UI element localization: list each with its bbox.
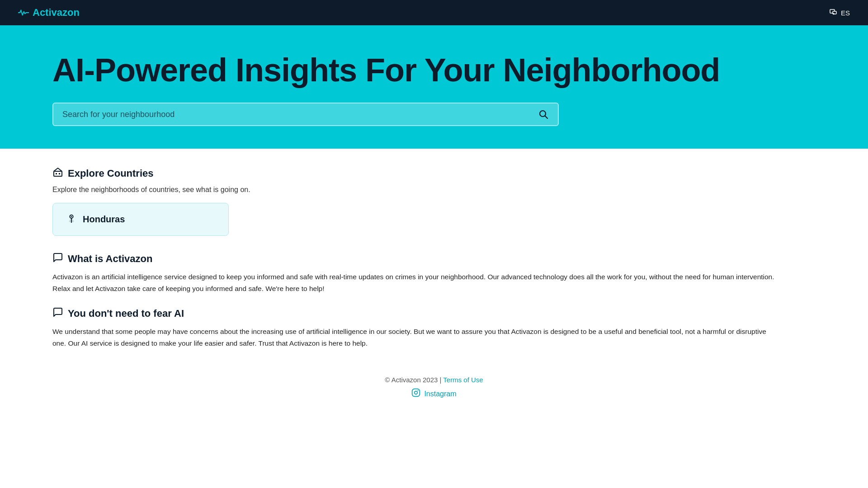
- no-fear-ai-section: You don't need to fear AI We understand …: [52, 307, 816, 349]
- explore-countries-label: Explore Countries: [68, 168, 153, 179]
- navbar: Activazon ▶ ES: [0, 0, 868, 25]
- pulse-icon: [18, 8, 29, 17]
- svg-rect-5: [54, 171, 62, 176]
- search-bar[interactable]: [52, 103, 559, 126]
- pin-icon: [66, 213, 76, 225]
- language-selector[interactable]: ▶ ES: [829, 7, 850, 19]
- footer: © Activazon 2023 | Terms of Use Instagra…: [52, 376, 816, 418]
- search-input[interactable]: [62, 110, 538, 119]
- country-name: Honduras: [83, 214, 125, 225]
- honduras-card[interactable]: Honduras: [52, 203, 229, 236]
- what-is-activazon-heading: What is Activazon: [52, 252, 816, 266]
- main-content: Explore Countries Explore the neighborho…: [0, 149, 868, 436]
- search-icon: [538, 109, 549, 120]
- svg-point-12: [418, 390, 419, 391]
- svg-rect-6: [56, 173, 57, 174]
- language-label: ES: [841, 9, 850, 17]
- instagram-link[interactable]: Instagram: [52, 388, 816, 399]
- search-button[interactable]: [538, 109, 549, 120]
- no-fear-ai-text: We understand that some people may have …: [52, 326, 776, 349]
- no-fear-ai-heading: You don't need to fear AI: [52, 307, 816, 320]
- hero-headline: AI-Powered Insights For Your Neighborhoo…: [52, 52, 816, 88]
- chat2-icon: [52, 307, 63, 320]
- explore-countries-heading: Explore Countries: [52, 167, 816, 180]
- footer-copyright: © Activazon 2023 | Terms of Use: [52, 376, 816, 384]
- copyright-icon: ©: [385, 376, 390, 384]
- hero-section: AI-Powered Insights For Your Neighborhoo…: [0, 25, 868, 149]
- chat-icon: [52, 252, 63, 266]
- svg-rect-10: [412, 389, 420, 397]
- svg-rect-7: [59, 173, 60, 174]
- what-is-activazon-label: What is Activazon: [68, 253, 152, 265]
- instagram-icon: [411, 388, 420, 399]
- building-icon: [52, 167, 63, 180]
- brand-name: Activazon: [33, 7, 80, 19]
- what-is-activazon-section: What is Activazon Activazon is an artifi…: [52, 252, 816, 294]
- what-is-activazon-text: Activazon is an artificial intelligence …: [52, 271, 776, 294]
- brand-logo[interactable]: Activazon: [18, 7, 80, 19]
- explore-countries-description: Explore the neighborhoods of countries, …: [52, 186, 816, 194]
- svg-point-9: [71, 216, 72, 217]
- globe-icon: ▶: [829, 7, 838, 19]
- svg-line-4: [545, 116, 548, 119]
- terms-of-use-link[interactable]: Terms of Use: [443, 376, 483, 384]
- explore-countries-section: Explore Countries Explore the neighborho…: [52, 167, 816, 236]
- copyright-text: Activazon 2023 |: [392, 376, 442, 384]
- no-fear-ai-label: You don't need to fear AI: [68, 308, 184, 319]
- instagram-label: Instagram: [424, 390, 456, 398]
- svg-point-11: [415, 391, 418, 394]
